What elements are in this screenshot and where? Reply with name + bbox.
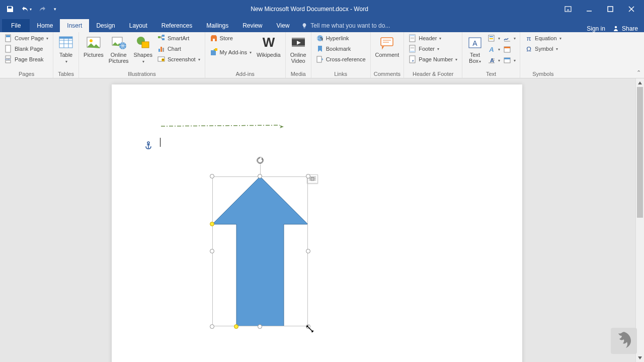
- group-label-comments: Comments: [374, 71, 401, 78]
- anchor-icon: [145, 141, 152, 151]
- maximize-button[interactable]: [600, 2, 621, 16]
- addins-icon: [210, 48, 218, 56]
- screenshot-icon: [157, 55, 166, 63]
- wikipedia-button[interactable]: WWikipedia: [255, 33, 282, 59]
- blank-page-button[interactable]: Blank Page: [3, 44, 50, 54]
- up-arrow-shape[interactable]: [212, 176, 308, 326]
- signature-line-button[interactable]: ▾: [502, 33, 517, 43]
- table-button[interactable]: Table▾: [56, 33, 75, 66]
- rotate-handle[interactable]: [256, 156, 264, 164]
- resize-handle-bl[interactable]: [210, 324, 214, 329]
- svg-point-19: [90, 39, 93, 42]
- screenshot-button[interactable]: Screenshot▾: [156, 54, 202, 64]
- group-label-illustrations: Illustrations: [82, 71, 201, 78]
- tab-review[interactable]: Review: [235, 19, 269, 32]
- tab-file[interactable]: File: [2, 19, 30, 32]
- redo-button[interactable]: [34, 2, 50, 16]
- svg-rect-33: [213, 39, 215, 41]
- resize-handle-tl[interactable]: [210, 174, 214, 178]
- store-button[interactable]: Store: [208, 33, 253, 43]
- svg-text:W: W: [263, 35, 275, 50]
- online-pictures-button[interactable]: Online Pictures: [107, 33, 130, 65]
- table-icon: [58, 35, 74, 51]
- tab-layout[interactable]: Layout: [122, 19, 154, 32]
- cross-reference-button[interactable]: Cross-reference: [314, 54, 367, 64]
- adjust-handle-head[interactable]: [210, 222, 214, 226]
- page-number-icon: #: [409, 55, 417, 63]
- resize-handle-tc[interactable]: [258, 174, 262, 178]
- collapse-ribbon-button[interactable]: ⌃: [636, 69, 641, 76]
- cover-page-button[interactable]: Cover Page▾: [3, 33, 50, 43]
- group-tables: Table▾ Tables: [53, 32, 79, 78]
- vertical-scrollbar[interactable]: [635, 78, 644, 362]
- wordart-button[interactable]: A▾: [487, 44, 501, 54]
- scroll-down-button[interactable]: [636, 353, 644, 362]
- online-pictures-icon: [111, 35, 127, 51]
- sign-in-link[interactable]: Sign in: [587, 25, 605, 32]
- svg-rect-39: [292, 45, 305, 47]
- svg-rect-35: [215, 48, 217, 51]
- adjust-handle-stem[interactable]: [234, 324, 238, 329]
- text-box-button[interactable]: AText Box▾: [465, 33, 485, 66]
- minimize-button[interactable]: [579, 2, 600, 16]
- comment-icon: [379, 35, 395, 51]
- svg-rect-26: [162, 38, 165, 40]
- header-icon: [409, 34, 417, 42]
- chart-button[interactable]: Chart: [156, 44, 202, 54]
- object-button[interactable]: ▾: [502, 55, 517, 65]
- scroll-track[interactable]: [636, 87, 644, 353]
- equation-button[interactable]: πEquation ▾: [523, 33, 562, 43]
- smartart-icon: [157, 34, 166, 42]
- save-button[interactable]: [2, 2, 18, 16]
- group-illustrations: Pictures Online Pictures Shapes▾ SmartAr…: [79, 32, 205, 78]
- undo-button[interactable]: ▾: [18, 2, 34, 16]
- dashed-arrow-shape[interactable]: [161, 124, 284, 129]
- resize-handle-bc[interactable]: [258, 324, 262, 329]
- page[interactable]: [112, 84, 522, 362]
- my-addins-button[interactable]: My Add-ins ▾: [208, 47, 253, 57]
- close-button[interactable]: [621, 2, 642, 16]
- footer-button[interactable]: Footer▾: [407, 44, 459, 54]
- svg-text:A: A: [489, 46, 494, 53]
- bookmark-button[interactable]: Bookmark: [314, 44, 367, 54]
- smartart-button[interactable]: SmartArt: [156, 33, 202, 43]
- pictures-button[interactable]: Pictures: [82, 33, 105, 59]
- page-number-button[interactable]: #Page Number▾: [407, 54, 459, 64]
- ribbon-display-options[interactable]: [557, 2, 579, 16]
- tab-mailings[interactable]: Mailings: [199, 19, 235, 32]
- selection-rectangle: [212, 176, 308, 326]
- hyperlink-button[interactable]: Hyperlink: [314, 33, 367, 43]
- window-controls: [557, 2, 644, 16]
- qat-customize[interactable]: ▾: [50, 2, 59, 16]
- svg-rect-29: [163, 48, 164, 52]
- comment-button[interactable]: Comment: [374, 33, 401, 59]
- online-video-button[interactable]: Online Video: [289, 33, 308, 65]
- svg-rect-7: [6, 35, 10, 37]
- group-label-text: Text: [465, 71, 517, 78]
- tell-me-search[interactable]: Tell me what you want to do...: [296, 19, 395, 32]
- resize-handle-tr[interactable]: [306, 174, 310, 178]
- tab-design[interactable]: Design: [89, 19, 122, 32]
- header-button[interactable]: Header▾: [407, 33, 459, 43]
- svg-text:Ω: Ω: [526, 45, 531, 53]
- svg-rect-38: [292, 38, 305, 39]
- date-time-button[interactable]: [502, 44, 512, 54]
- quick-parts-button[interactable]: ▾: [487, 33, 501, 43]
- svg-rect-32: [163, 59, 164, 60]
- shapes-button[interactable]: Shapes▾: [132, 33, 154, 66]
- symbol-button[interactable]: ΩSymbol▾: [523, 44, 562, 54]
- tab-view[interactable]: View: [270, 19, 297, 32]
- datetime-icon: [503, 45, 511, 53]
- drop-cap-button[interactable]: A▾: [487, 55, 501, 65]
- resize-handle-mr[interactable]: [306, 249, 310, 253]
- chart-icon: [157, 45, 166, 53]
- tab-insert[interactable]: Insert: [60, 19, 89, 32]
- scroll-thumb[interactable]: [637, 87, 643, 218]
- scroll-up-button[interactable]: [636, 78, 644, 87]
- share-button[interactable]: Share: [612, 25, 638, 32]
- ribbon: Cover Page▾ Blank Page Page Break Pages …: [0, 32, 644, 78]
- tab-home[interactable]: Home: [30, 19, 60, 32]
- resize-handle-ml[interactable]: [210, 249, 214, 253]
- page-break-button[interactable]: Page Break: [3, 54, 50, 64]
- tab-references[interactable]: References: [154, 19, 199, 32]
